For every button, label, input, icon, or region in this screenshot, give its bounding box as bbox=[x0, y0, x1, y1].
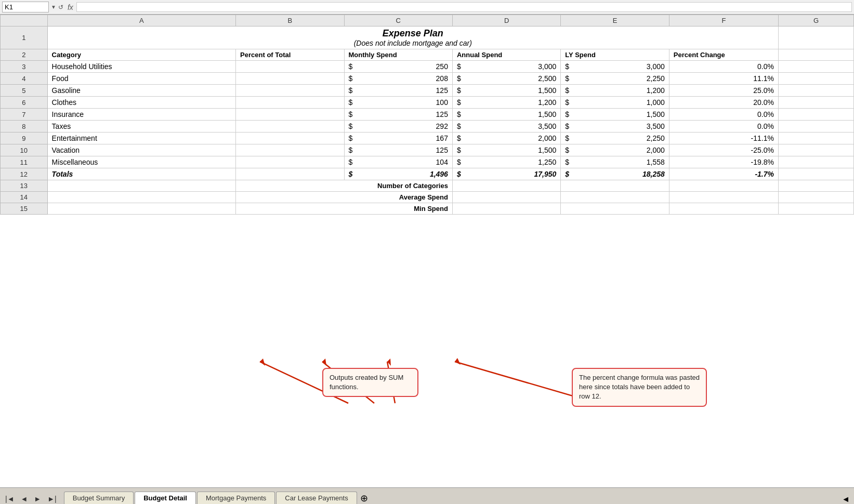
col-header-e[interactable]: E bbox=[561, 15, 669, 26]
totals-monthly[interactable]: $1,496 bbox=[344, 168, 452, 180]
row-num-7[interactable]: 7 bbox=[1, 109, 48, 121]
col-header-g[interactable]: G bbox=[778, 15, 853, 26]
category-7[interactable]: Insurance bbox=[47, 109, 235, 121]
stat-label-13[interactable]: Number of Categories bbox=[236, 180, 453, 192]
pct-change-3[interactable]: 0.0% bbox=[669, 61, 778, 73]
pct-total-7[interactable] bbox=[236, 109, 344, 121]
monthly-5[interactable]: $125 bbox=[344, 85, 452, 97]
row-num-9[interactable]: 9 bbox=[1, 132, 48, 144]
category-5[interactable]: Gasoline bbox=[47, 85, 235, 97]
row-num-5[interactable]: 5 bbox=[1, 85, 48, 97]
monthly-3[interactable]: $250 bbox=[344, 61, 452, 73]
pct-change-10[interactable]: -25.0% bbox=[669, 144, 778, 156]
monthly-8[interactable]: $292 bbox=[344, 121, 452, 132]
row-num-12[interactable]: 12 bbox=[1, 168, 48, 180]
g-9[interactable] bbox=[778, 132, 853, 144]
header-g[interactable] bbox=[778, 49, 853, 61]
g-10[interactable] bbox=[778, 144, 853, 156]
f-13[interactable] bbox=[669, 180, 778, 192]
ly-9[interactable]: $2,250 bbox=[561, 132, 669, 144]
row1-g[interactable] bbox=[778, 26, 853, 49]
g-14[interactable] bbox=[778, 192, 853, 203]
a-15[interactable] bbox=[47, 203, 235, 215]
pct-change-8[interactable]: 0.0% bbox=[669, 121, 778, 132]
pct-change-5[interactable]: 25.0% bbox=[669, 85, 778, 97]
header-category[interactable]: Category bbox=[47, 49, 235, 61]
category-10[interactable]: Vacation bbox=[47, 144, 235, 156]
g-5[interactable] bbox=[778, 85, 853, 97]
pct-total-11[interactable] bbox=[236, 156, 344, 168]
e-15[interactable] bbox=[561, 203, 669, 215]
row-num-2[interactable]: 2 bbox=[1, 49, 48, 61]
pct-total-5[interactable] bbox=[236, 85, 344, 97]
ly-8[interactable]: $3,500 bbox=[561, 121, 669, 132]
annual-4[interactable]: $2,500 bbox=[452, 73, 560, 85]
col-header-b[interactable]: B bbox=[236, 15, 344, 26]
col-header-f[interactable]: F bbox=[669, 15, 778, 26]
g-7[interactable] bbox=[778, 109, 853, 121]
pct-change-6[interactable]: 20.0% bbox=[669, 97, 778, 109]
totals-pct[interactable] bbox=[236, 168, 344, 180]
monthly-9[interactable]: $167 bbox=[344, 132, 452, 144]
f-15[interactable] bbox=[669, 203, 778, 215]
header-annual[interactable]: Annual Spend bbox=[452, 49, 560, 61]
g-6[interactable] bbox=[778, 97, 853, 109]
totals-pct-change[interactable]: -1.7% bbox=[669, 168, 778, 180]
refresh-icon[interactable]: ↺ bbox=[58, 4, 63, 11]
row-num-4[interactable]: 4 bbox=[1, 73, 48, 85]
category-11[interactable]: Miscellaneous bbox=[47, 156, 235, 168]
pct-total-8[interactable] bbox=[236, 121, 344, 132]
pct-change-4[interactable]: 11.1% bbox=[669, 73, 778, 85]
totals-annual[interactable]: $17,950 bbox=[452, 168, 560, 180]
pct-total-4[interactable] bbox=[236, 73, 344, 85]
title-cell[interactable]: Expense Plan (Does not include mortgage … bbox=[47, 26, 778, 49]
formula-input[interactable] bbox=[76, 2, 852, 12]
ly-7[interactable]: $1,500 bbox=[561, 109, 669, 121]
row-num-10[interactable]: 10 bbox=[1, 144, 48, 156]
ly-10[interactable]: $2,000 bbox=[561, 144, 669, 156]
ly-3[interactable]: $3,000 bbox=[561, 61, 669, 73]
monthly-7[interactable]: $125 bbox=[344, 109, 452, 121]
annual-3[interactable]: $3,000 bbox=[452, 61, 560, 73]
pct-total-9[interactable] bbox=[236, 132, 344, 144]
annual-7[interactable]: $1,500 bbox=[452, 109, 560, 121]
col-header-c[interactable]: C bbox=[344, 15, 452, 26]
category-3[interactable]: Household Utilities bbox=[47, 61, 235, 73]
e-14[interactable] bbox=[561, 192, 669, 203]
a-14[interactable] bbox=[47, 192, 235, 203]
annual-9[interactable]: $2,000 bbox=[452, 132, 560, 144]
pct-change-9[interactable]: -11.1% bbox=[669, 132, 778, 144]
totals-ly[interactable]: $18,258 bbox=[561, 168, 669, 180]
annual-11[interactable]: $1,250 bbox=[452, 156, 560, 168]
stat-label-15[interactable]: Min Spend bbox=[236, 203, 453, 215]
monthly-4[interactable]: $208 bbox=[344, 73, 452, 85]
row-num-8[interactable]: 8 bbox=[1, 121, 48, 132]
col-header-d[interactable]: D bbox=[452, 15, 560, 26]
col-header-a[interactable]: A bbox=[47, 15, 235, 26]
row-num-11[interactable]: 11 bbox=[1, 156, 48, 168]
d-14[interactable] bbox=[452, 192, 560, 203]
cell-ref-input[interactable] bbox=[2, 2, 49, 12]
row-num-15[interactable]: 15 bbox=[1, 203, 48, 215]
g-13[interactable] bbox=[778, 180, 853, 192]
e-13[interactable] bbox=[561, 180, 669, 192]
ly-4[interactable]: $2,250 bbox=[561, 73, 669, 85]
pct-total-3[interactable] bbox=[236, 61, 344, 73]
pct-change-7[interactable]: 0.0% bbox=[669, 109, 778, 121]
g-3[interactable] bbox=[778, 61, 853, 73]
category-4[interactable]: Food bbox=[47, 73, 235, 85]
a-13[interactable] bbox=[47, 180, 235, 192]
g-8[interactable] bbox=[778, 121, 853, 132]
monthly-11[interactable]: $104 bbox=[344, 156, 452, 168]
g-11[interactable] bbox=[778, 156, 853, 168]
g-4[interactable] bbox=[778, 73, 853, 85]
row-num-14[interactable]: 14 bbox=[1, 192, 48, 203]
spreadsheet[interactable]: A B C D E F G 1 Expense Plan (Does not i… bbox=[0, 15, 854, 487]
header-monthly[interactable]: Monthly Spend bbox=[344, 49, 452, 61]
header-percent-total[interactable]: Percent of Total bbox=[236, 49, 344, 61]
pct-change-11[interactable]: -19.8% bbox=[669, 156, 778, 168]
stat-label-14[interactable]: Average Spend bbox=[236, 192, 453, 203]
annual-10[interactable]: $1,500 bbox=[452, 144, 560, 156]
annual-5[interactable]: $1,500 bbox=[452, 85, 560, 97]
monthly-10[interactable]: $125 bbox=[344, 144, 452, 156]
